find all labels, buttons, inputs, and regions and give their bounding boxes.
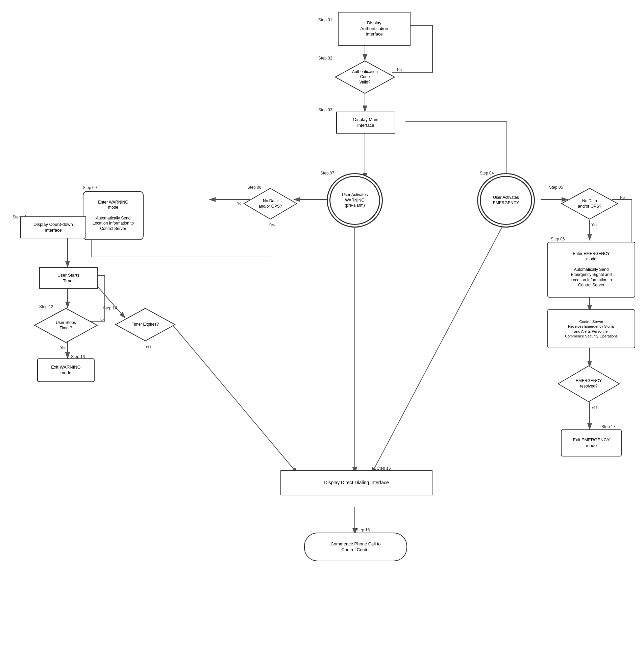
step02-no-label: No — [397, 68, 402, 72]
step-label-02: Step 02 — [318, 56, 332, 61]
step-12-diamond: User Stops Timer? — [34, 308, 98, 343]
svg-line-18 — [372, 218, 507, 474]
flowchart: Step 01 Display Authentication Interface… — [0, 0, 644, 657]
step-label-07: Step 07 — [320, 171, 334, 175]
step-14-diamond: Timer Expires? — [115, 308, 176, 342]
step-02-diamond: Authentication Code Valid? — [335, 60, 395, 94]
step-11-box: User Starts Timer — [39, 267, 98, 289]
step-17-box: Exit EMERGENCY mode — [561, 430, 622, 457]
emergency-resolved-diamond: EMERGENCY resolved? — [557, 365, 620, 402]
step-label-06: Step 06 — [551, 237, 565, 241]
step-label-03: Step 03 — [318, 108, 332, 112]
step-03-box: Display Main Interface — [336, 112, 395, 134]
step-label-04: Step 04 — [480, 171, 493, 175]
step-13-box: Exit WARNING mode — [37, 358, 95, 382]
step-label-17: Step 17 — [601, 424, 615, 429]
step-label-16: Step 16 — [356, 527, 370, 532]
step-label-01: Step 01 — [318, 18, 332, 22]
step12-no-label: No — [100, 318, 105, 322]
step-06-bottom-box: Control Server Receives Emergency Signal… — [547, 309, 635, 348]
step-10-box: Display Count-down Interface — [20, 216, 86, 238]
step08-no-label: No — [236, 201, 241, 205]
step12-yes-label: Yes — [60, 346, 66, 350]
step-09-box: Enter WARNING mode Automatically Send Lo… — [83, 191, 144, 240]
step-01-box: Display Authentication Interface — [338, 12, 411, 46]
step-07-circle: User Activates WARNING (pre-alarm) — [329, 176, 380, 225]
step-15-box: Display Direct Dialing Interface — [280, 470, 433, 495]
step05-yes-label: Yes — [591, 222, 597, 226]
svg-line-16 — [172, 325, 297, 474]
step-08-diamond: No Data and/or GPS? — [243, 188, 297, 220]
step14-yes-label: Yes — [145, 344, 152, 348]
step-05-diamond: No Data and/or GPS? — [561, 188, 618, 220]
step-06-box: Enter EMERGENCY mode Automatically Send … — [547, 242, 635, 298]
step08-yes-label: Yes — [269, 222, 275, 226]
step-04-circle: User Activates EMERGENCY — [480, 176, 532, 225]
step05-no-label: No — [620, 195, 625, 199]
step-16-box: Commence Phone Call to Control Center — [304, 532, 407, 561]
emergency-resolved-yes-label: Yes — [591, 405, 597, 409]
step-label-09: Step 09 — [83, 185, 97, 190]
